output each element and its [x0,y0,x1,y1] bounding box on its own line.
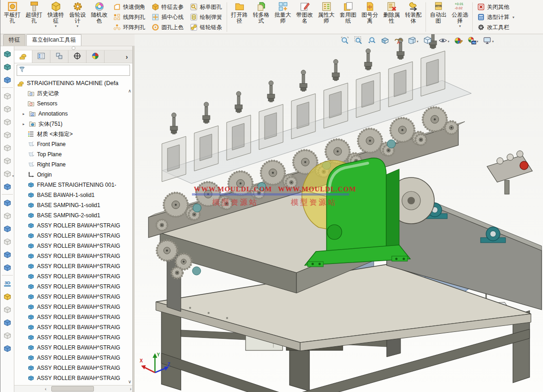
featuremanager-tab[interactable] [14,50,32,63]
ribbon-button[interactable]: 绘制弹簧 [187,12,225,22]
feature-tree-item[interactable]: ASSY ROLLER BAWAH^STRAIG [16,251,132,261]
ribbon-button[interactable]: 转装配体 [402,0,424,34]
ribbon-button[interactable]: +0.01-0.02 公差选择 ▾ [449,0,471,34]
feature-tree-item[interactable]: ASSY ROLLER BAWAH^STRAIG [16,363,132,373]
ribbon-button[interactable]: 链轮链条 [187,22,225,32]
tray-ghost[interactable] [2,142,12,153]
previous-view-icon[interactable] [366,35,377,48]
dimxpertmanager-tab[interactable] [68,50,86,63]
ribbon-button[interactable]: 插中心线 [148,12,187,22]
feature-tree-item[interactable]: Front Plane [16,139,132,149]
feature-tree-item[interactable]: ASSY ROLLER BAWAH^STRAIG [16,282,132,292]
ribbon-button[interactable]: 快速特征 ▾ [45,0,67,34]
tree-filter-input[interactable] [27,66,128,75]
expand-arrow-icon[interactable]: ▸ [21,112,26,116]
feature-tree-item[interactable]: BASE BAWAH-1-solid1 [16,190,132,200]
cube-part[interactable] [2,262,12,272]
tree-horizontal-scrollbar[interactable]: ‹ › [14,385,132,392]
scroll-left-arrow[interactable]: ‹ [45,386,46,392]
corner-ghost[interactable] [2,168,12,178]
dropdown-arrow-icon[interactable]: ▾ [76,24,78,28]
dropdown-arrow-icon[interactable]: ▾ [459,24,461,28]
feature-tree-item[interactable]: ASSY ROLLER BAWAH^STRAIG [16,302,132,312]
cube2-part[interactable] [2,317,12,327]
zoom-area-icon[interactable] [352,35,364,48]
dropdown-arrow-icon[interactable]: ▾ [432,40,434,43]
feature-tree-item[interactable]: ASSY ROLLER BAWAH^STRAIG [16,322,132,332]
propertymanager-tab[interactable] [32,50,50,63]
feature-tree-item[interactable]: BASE SAMPING-2-solid1 [16,210,132,220]
sketch-3d[interactable]: 3D [2,278,12,288]
display-style-icon[interactable]: ▾ [422,35,436,48]
hide-show-items-icon[interactable]: ▾ [437,35,451,48]
feature-tree-item[interactable]: ASSY ROLLER BAWAH^STRAIG [16,343,132,353]
model-control-block[interactable] [487,151,532,194]
ribbon-button[interactable]: 环阵列孔 [110,22,148,32]
tray-part[interactable] [2,249,12,259]
feature-tree-item[interactable]: 历史记录 [16,88,132,98]
ribbon-button[interactable]: 特征去参 [148,2,187,12]
box-ghost[interactable] [2,104,12,114]
ribbon-button[interactable]: 套用图纸 [337,0,359,34]
scrollbar-thumb[interactable] [51,386,94,392]
clamp-part[interactable] [2,49,12,59]
ribbon-button[interactable]: 随机改色 [88,0,110,34]
section-view-icon[interactable] [379,35,391,48]
panel-ghost[interactable] [2,236,12,246]
expand-arrow-icon[interactable]: ▸ [21,122,26,126]
feature-tree-item[interactable]: Right Plane [16,159,132,170]
feature-tree-item[interactable]: 材质 <未指定> [16,129,132,139]
dropdown-arrow-icon[interactable]: ▾ [448,40,450,43]
panel-expand-chevron[interactable]: › [121,50,132,63]
star-part[interactable] [2,291,12,301]
ribbon-button[interactable]: 关闭其他 [474,2,518,12]
ribbon-button[interactable]: 带图改名 [294,0,315,34]
scroll-right-arrow[interactable]: › [130,386,131,392]
ribbon-button[interactable]: 删除属性 [381,0,402,34]
panel-splitter-handle[interactable] [14,46,132,50]
feature-tree-item[interactable]: ASSY ROLLER BAWAH^STRAIG [16,231,132,241]
feature-tree-item[interactable]: Top Plane [16,149,132,159]
enclosure-ghost[interactable] [2,116,12,127]
plate-ghost[interactable] [2,155,12,165]
zoom-fit-icon[interactable] [339,35,351,48]
bracket-ghost[interactable] [2,91,12,101]
feature-tree-item[interactable]: Origin [16,170,132,180]
ribbon-button[interactable]: 齿轮设计 ▾ [67,0,88,34]
dropdown-arrow-icon[interactable]: ▾ [512,15,514,19]
fixture-part[interactable] [2,61,12,72]
edit-appearance-icon[interactable] [453,35,464,48]
dropdown-arrow-icon[interactable]: ▾ [417,40,419,43]
command-tab[interactable]: 嘉立创Ican工具箱 [26,34,81,46]
feature-tree-item[interactable]: ASSY ROLLER BAWAH^STRAIG [16,373,132,383]
ribbon-button[interactable]: DWG 自动出图 [427,0,449,34]
flyout-arrow-icon[interactable]: ▾ [12,174,14,178]
ribbon-button[interactable]: 改工具栏 [474,22,518,32]
ribbon-button[interactable]: 圆孔上色 [148,22,187,32]
feature-tree-item[interactable]: ASSY ROLLER BAWAH^STRAIG [16,292,132,302]
command-tab[interactable]: 特征 [3,34,25,46]
graphics-area[interactable]: A ▾ ▾ ▾ [135,34,543,392]
feature-tree-item[interactable]: ASSY ROLLER BAWAH^STRAIG [16,261,132,271]
flange-part[interactable] [2,181,12,191]
feature-tree-item[interactable]: ASSY ROLLER BAWAH^STRAIG [16,312,132,322]
dropdown-arrow-icon[interactable]: ▾ [477,40,479,43]
view-settings-icon[interactable]: ▾ [481,35,495,48]
model-straightening-machine[interactable]: WWW.MOULDL.COM WWW.MOULDL.COM 模型资源站 模型资源… [135,34,543,392]
clamp-ghost[interactable] [2,129,12,140]
ribbon-button[interactable]: 属性大师 [315,0,337,34]
feature-tree-item[interactable]: FRAME STRAIGHTENING 001- [16,180,132,190]
ribbon-button[interactable]: 平板打孔 [1,0,23,34]
wedge-part[interactable] [2,343,12,353]
feature-tree-item[interactable]: BASE SAMPING-1-solid1 [16,200,132,210]
apply-scene-icon[interactable]: ▾ [466,35,480,48]
feature-tree-item[interactable]: ASSY ROLLER BAWAH^STRAIG [16,241,132,251]
feature-tree-item[interactable]: Sensors [16,98,132,109]
door-part[interactable] [2,223,12,233]
dropdown-arrow-icon[interactable]: ▾ [55,24,56,28]
ribbon-button[interactable]: 批量大师 [272,0,294,34]
tree-scroll-up[interactable]: ∧ [128,88,131,93]
feature-tree-item[interactable]: ▸ A Annotations [16,109,132,119]
funnel-part[interactable] [2,74,12,85]
feature-tree-item[interactable]: ASSY ROLLER BAWAH^STRAIG [16,332,132,343]
